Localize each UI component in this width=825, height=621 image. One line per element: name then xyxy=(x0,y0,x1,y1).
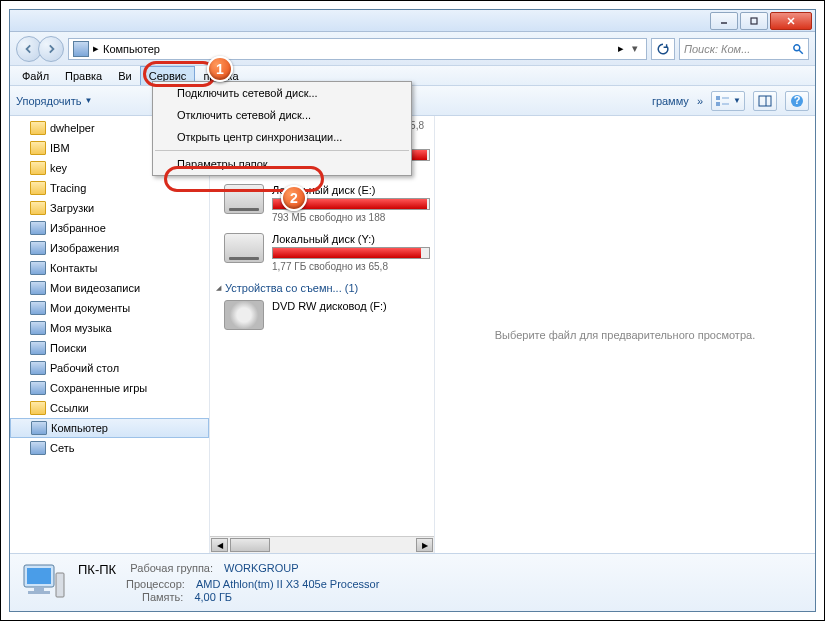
folder-icon xyxy=(30,161,46,175)
folder-icon xyxy=(30,221,46,235)
organize-button[interactable]: Упорядочить▼ xyxy=(16,95,92,107)
scroll-left[interactable]: ◀ xyxy=(211,538,228,552)
sidebar-item-7[interactable]: Контакты xyxy=(10,258,209,278)
sidebar-item-9[interactable]: Мои документы xyxy=(10,298,209,318)
sidebar-label: Загрузки xyxy=(50,202,94,214)
pc-icon xyxy=(20,561,68,605)
menubar: Файл Правка Ви Сервис правка xyxy=(10,66,815,86)
callout-2: 2 xyxy=(281,185,307,211)
folder-icon xyxy=(30,381,46,395)
menu-folder-options[interactable]: Параметры папок... xyxy=(153,153,411,175)
sidebar-label: Контакты xyxy=(50,262,98,274)
content: dwhelperIBMkeyTracingЗагрузкиИзбранноеИз… xyxy=(10,116,815,553)
sidebar-item-3[interactable]: Tracing xyxy=(10,178,209,198)
maximize-button[interactable] xyxy=(740,12,768,30)
folder-icon xyxy=(30,401,46,415)
sidebar-label: Сеть xyxy=(50,442,74,454)
svg-rect-10 xyxy=(759,96,771,106)
sidebar-label: Рабочий стол xyxy=(50,362,119,374)
view-button[interactable]: ▼ xyxy=(711,91,745,111)
sidebar-item-5[interactable]: Избранное xyxy=(10,218,209,238)
address-text: Компьютер xyxy=(103,43,614,55)
callout-1: 1 xyxy=(207,56,233,82)
sidebar-item-13[interactable]: Сохраненные игры xyxy=(10,378,209,398)
svg-text:?: ? xyxy=(794,94,801,106)
search-input[interactable]: Поиск: Ком... xyxy=(679,38,809,60)
scroll-right[interactable]: ▶ xyxy=(416,538,433,552)
sidebar-label: Избранное xyxy=(50,222,106,234)
explorer-window: ▸ Компьютер ▸ ▾ Поиск: Ком... Файл Правк… xyxy=(9,9,816,612)
dvd-icon xyxy=(224,300,264,330)
navbar: ▸ Компьютер ▸ ▾ Поиск: Ком... xyxy=(10,32,815,66)
sidebar-item-11[interactable]: Поиски xyxy=(10,338,209,358)
toolbar-more[interactable]: » xyxy=(697,95,703,107)
scroll-thumb[interactable] xyxy=(230,538,270,552)
toolbar-program[interactable]: грамму xyxy=(652,95,689,107)
removable-group[interactable]: Устройства со съемн... (1) xyxy=(216,282,430,294)
folder-icon xyxy=(30,361,46,375)
folder-icon xyxy=(30,121,46,135)
folder-icon xyxy=(30,321,46,335)
sidebar-label: Мои документы xyxy=(50,302,130,314)
sidebar-item-14[interactable]: Ссылки xyxy=(10,398,209,418)
search-placeholder: Поиск: Ком... xyxy=(684,43,792,55)
sidebar-label: IBM xyxy=(50,142,70,154)
sidebar-item-6[interactable]: Изображения xyxy=(10,238,209,258)
drive-y[interactable]: Локальный диск (Y:) 1,77 ГБ свободно из … xyxy=(224,233,430,272)
minimize-button[interactable] xyxy=(710,12,738,30)
titlebar xyxy=(10,10,815,32)
sidebar-item-8[interactable]: Мои видеозаписи xyxy=(10,278,209,298)
preview-pane: Выберите файл для предварительного просм… xyxy=(435,116,815,553)
sidebar-item-10[interactable]: Моя музыка xyxy=(10,318,209,338)
horizontal-scrollbar[interactable]: ◀ ▶ xyxy=(210,536,434,553)
search-icon xyxy=(792,43,804,55)
svg-rect-6 xyxy=(716,96,720,100)
svg-rect-17 xyxy=(28,591,50,594)
refresh-button[interactable] xyxy=(651,38,675,60)
sidebar-item-12[interactable]: Рабочий стол xyxy=(10,358,209,378)
help-button[interactable]: ? xyxy=(785,91,809,111)
sidebar-label: Tracing xyxy=(50,182,86,194)
sidebar-item-4[interactable]: Загрузки xyxy=(10,198,209,218)
computer-icon xyxy=(73,41,89,57)
sidebar-label: Ссылки xyxy=(50,402,89,414)
svg-rect-1 xyxy=(751,18,757,24)
menu-disconnect-drive[interactable]: Отключить сетевой диск... xyxy=(153,104,411,126)
sidebar-label: Компьютер xyxy=(51,422,108,434)
address-dropdown[interactable]: ▾ xyxy=(628,42,642,55)
address-arrow: ▸ xyxy=(93,42,99,55)
folder-icon xyxy=(31,421,47,435)
folder-icon xyxy=(30,301,46,315)
address-crumb-arrow[interactable]: ▸ xyxy=(618,42,624,55)
close-button[interactable] xyxy=(770,12,812,30)
drive-e[interactable]: Локальный диск (E:) 793 МБ свободно из 1… xyxy=(224,184,430,223)
menu-edit[interactable]: Правка xyxy=(57,66,110,85)
folder-icon xyxy=(30,201,46,215)
file-pane: из 65,8 Лока к (D:) 0,99 ГБ свободно из … xyxy=(210,116,435,553)
menu-file[interactable]: Файл xyxy=(14,66,57,85)
preview-text: Выберите файл для предварительного просм… xyxy=(495,329,755,341)
svg-rect-15 xyxy=(27,568,51,584)
drive-dvd[interactable]: DVD RW дисковод (F:) xyxy=(224,300,430,330)
folder-icon xyxy=(30,181,46,195)
svg-rect-7 xyxy=(716,102,720,106)
forward-button[interactable] xyxy=(38,36,64,62)
preview-pane-button[interactable] xyxy=(753,91,777,111)
svg-rect-16 xyxy=(34,587,44,591)
hdd-icon xyxy=(224,233,264,263)
address-bar[interactable]: ▸ Компьютер ▸ ▾ xyxy=(68,38,647,60)
sidebar-label: Мои видеозаписи xyxy=(50,282,140,294)
service-dropdown: Подключить сетевой диск... Отключить сет… xyxy=(152,81,412,176)
pc-name: ПК-ПК xyxy=(78,562,116,577)
sidebar-item-16[interactable]: Сеть xyxy=(10,438,209,458)
hdd-icon xyxy=(224,184,264,214)
svg-line-5 xyxy=(799,50,803,54)
menu-view[interactable]: Ви xyxy=(110,66,139,85)
sidebar-label: key xyxy=(50,162,67,174)
menu-map-drive[interactable]: Подключить сетевой диск... xyxy=(153,82,411,104)
sidebar-item-15[interactable]: Компьютер xyxy=(10,418,209,438)
menu-sync-center[interactable]: Открыть центр синхронизации... xyxy=(153,126,411,148)
toolbar: Упорядочить▼ грамму » ▼ ? xyxy=(10,86,815,116)
details-pane: ПК-ПК Рабочая группа: WORKGROUP Процессо… xyxy=(10,553,815,611)
sidebar-label: Изображения xyxy=(50,242,119,254)
